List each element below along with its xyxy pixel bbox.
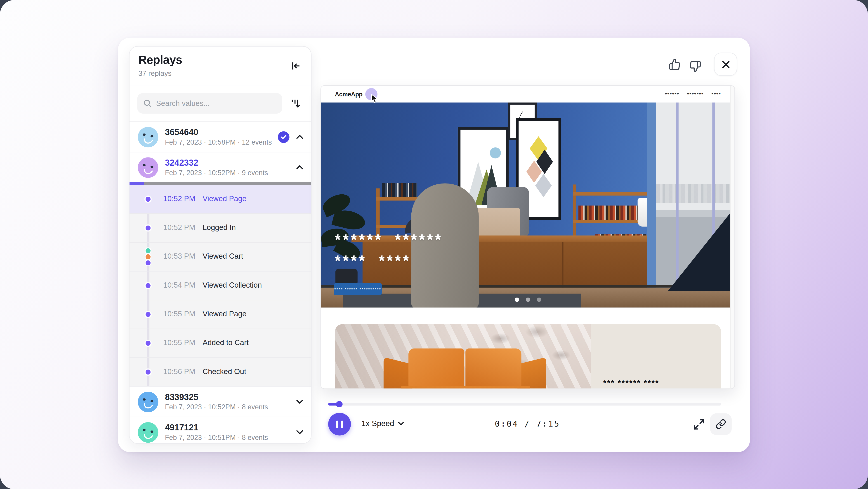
- session-id: 3242332: [165, 157, 268, 168]
- chevron-down-icon[interactable]: [296, 428, 303, 436]
- page-title: Replays: [138, 53, 182, 66]
- close-button[interactable]: [714, 53, 737, 76]
- close-icon: [721, 60, 730, 68]
- event-time: 10:55 PM: [163, 310, 195, 318]
- event-time: 10:54 PM: [163, 281, 195, 289]
- event-label: Viewed Page: [203, 310, 246, 318]
- playback-progress-handle[interactable]: [336, 401, 342, 407]
- session-row-actions: [296, 163, 303, 171]
- event-time: 10:52 PM: [163, 194, 195, 203]
- event-dot: [146, 312, 151, 317]
- event-row[interactable]: 10:56 PM Checked Out: [129, 358, 311, 386]
- feedback-bar: [669, 53, 737, 75]
- speed-label: 1x Speed: [362, 419, 394, 428]
- event-row[interactable]: 10:55 PM Added to Cart: [129, 329, 311, 358]
- session-row[interactable]: 4917121 Feb 7, 2023 · 10:51PM · 8 events: [129, 416, 311, 444]
- event-dot: [146, 283, 151, 288]
- masked-nav-item: ****: [712, 92, 721, 97]
- event-row[interactable]: 10:55 PM Viewed Page: [129, 300, 311, 329]
- event-label: Checked Out: [203, 367, 246, 376]
- search-input[interactable]: Search values...: [137, 93, 282, 114]
- session-row-actions: [278, 131, 303, 143]
- sidebar-header: Replays 37 replays: [129, 47, 311, 85]
- session-id: 4917121: [165, 422, 268, 433]
- chevron-down-icon[interactable]: [296, 398, 303, 405]
- thumbs-down-icon: [689, 60, 701, 73]
- promo-couch-image: [335, 324, 591, 388]
- session-row[interactable]: 3654640 Feb 7, 2023 · 10:58PM · 12 event…: [129, 121, 311, 152]
- session-row-selected[interactable]: 3242332 Feb 7, 2023 · 10:52PM · 9 events: [129, 152, 311, 182]
- cursor-icon: [371, 94, 378, 104]
- thumbs-down-button[interactable]: [689, 60, 701, 73]
- event-dot: [146, 370, 151, 374]
- playback-progress-bar[interactable]: [328, 403, 721, 405]
- carousel-dots: [515, 297, 541, 302]
- event-row[interactable]: 10:54 PM Viewed Collection: [129, 271, 311, 300]
- chevron-up-icon[interactable]: [296, 163, 303, 171]
- copy-link-button[interactable]: [710, 413, 732, 435]
- current-time: 0:04: [495, 420, 519, 428]
- event-dot-purple: [146, 260, 151, 265]
- sort-button[interactable]: [287, 95, 303, 112]
- replay-viewport: AcmeApp ****** ******* ****: [321, 86, 735, 389]
- event-label: Viewed Collection: [203, 281, 262, 289]
- chevron-up-icon[interactable]: [296, 133, 303, 141]
- page-background: Replays 37 replays Search values...: [0, 0, 868, 489]
- session-watch-progress-track: [144, 182, 311, 185]
- event-time: 10:53 PM: [163, 252, 195, 260]
- session-avatar: [138, 392, 158, 412]
- replayed-promo-section: *** ****** ****: [335, 324, 721, 388]
- expand-button[interactable]: [692, 418, 706, 431]
- check-icon: [281, 135, 287, 139]
- speed-selector[interactable]: 1x Speed: [362, 419, 404, 428]
- sort-descending-icon: [290, 98, 300, 109]
- session-row-actions: [296, 428, 303, 436]
- screen: Replays 37 replays Search values...: [0, 0, 868, 489]
- event-row-active[interactable]: 10:52 PM Viewed Page: [129, 185, 311, 214]
- session-row[interactable]: 8339325 Feb 7, 2023 · 10:52PM · 8 events: [129, 386, 311, 417]
- session-meta: Feb 7, 2023 · 10:58PM · 12 events: [165, 138, 272, 147]
- session-avatar: [138, 422, 158, 442]
- event-row[interactable]: 10:52 PM Logged In: [129, 214, 311, 242]
- replay-count: 37 replays: [138, 69, 172, 78]
- replayed-nav-masked: ****** ******* ****: [665, 92, 721, 97]
- event-label: Viewed Page: [203, 194, 246, 203]
- event-dot: [146, 197, 151, 202]
- chevron-down-icon: [398, 421, 404, 425]
- masked-hero-button: **** ****** **********: [334, 283, 382, 295]
- session-watch-progress-fill: [129, 182, 144, 185]
- session-id: 3654640: [165, 127, 272, 138]
- session-meta: Feb 7, 2023 · 10:52PM · 9 events: [165, 168, 268, 177]
- event-time: 10:55 PM: [163, 339, 195, 347]
- session-text: 3242332 Feb 7, 2023 · 10:52PM · 9 events: [165, 157, 268, 177]
- thumbs-up-button[interactable]: [669, 58, 681, 70]
- search-row: Search values...: [129, 85, 311, 121]
- session-text: 4917121 Feb 7, 2023 · 10:51PM · 8 events: [165, 422, 268, 442]
- event-time: 10:56 PM: [163, 367, 195, 376]
- expand-icon: [693, 419, 705, 431]
- session-meta: Feb 7, 2023 · 10:52PM · 8 events: [165, 403, 268, 412]
- pause-button[interactable]: [328, 413, 351, 435]
- replayed-hero-scene: ****** ****** **** **** **** ****** ****…: [321, 103, 735, 308]
- collapse-left-icon: [291, 62, 301, 70]
- event-dot: [146, 226, 151, 231]
- event-time: 10:52 PM: [163, 223, 195, 232]
- replayed-site-header: AcmeApp ****** ******* ****: [321, 86, 735, 103]
- session-avatar: [138, 126, 158, 147]
- event-label: Added to Cart: [203, 339, 249, 347]
- event-label: Logged In: [203, 223, 236, 232]
- scene-window-wall: [647, 103, 656, 288]
- session-avatar: [138, 157, 158, 178]
- collapse-sidebar-button[interactable]: [289, 59, 303, 73]
- replayed-site-logo: AcmeApp: [335, 91, 362, 97]
- session-watch-progress: [129, 182, 311, 185]
- time-separator: /: [524, 420, 530, 428]
- event-row[interactable]: 10:53 PM Viewed Cart: [129, 242, 311, 271]
- thumbs-up-icon: [669, 58, 681, 70]
- masked-hero-heading-line1: ****** ******: [335, 231, 443, 249]
- event-dot-orange: [146, 254, 151, 259]
- promo-text-panel: *** ****** ****: [591, 324, 721, 388]
- carousel-dot-active: [515, 297, 519, 302]
- event-list: 10:52 PM Viewed Page 10:52 PM Logged In …: [129, 185, 311, 386]
- masked-nav-item: ******: [665, 92, 679, 97]
